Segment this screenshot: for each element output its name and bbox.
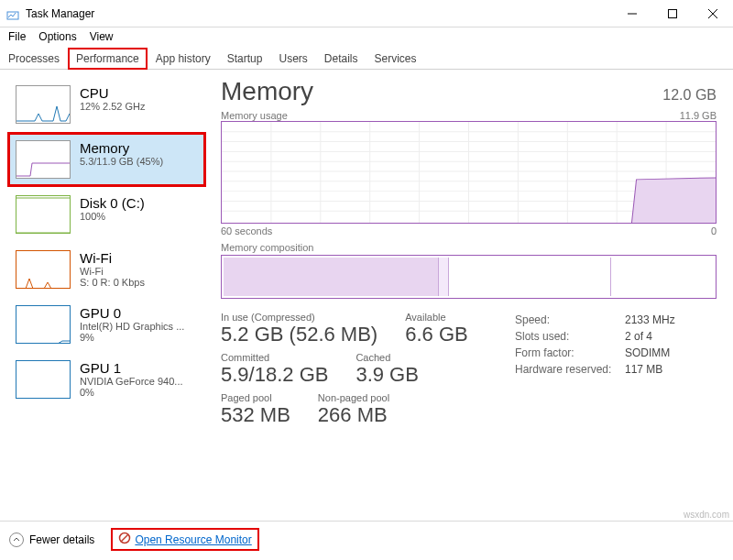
sidebar-item-gpu0[interactable]: GPU 0 Intel(R) HD Graphics ... 9% — [7, 297, 206, 352]
chevron-up-icon — [9, 533, 24, 547]
gpu1-name: GPU 1 — [80, 360, 183, 376]
close-button[interactable] — [693, 0, 733, 27]
form-key: Form factor: — [515, 346, 625, 359]
window-title: Task Manager — [26, 7, 94, 20]
svg-rect-2 — [669, 9, 677, 17]
tab-users[interactable]: Users — [270, 48, 315, 69]
sidebar-item-cpu[interactable]: CPU 12% 2.52 GHz — [7, 77, 206, 132]
paged-label: Paged pool — [221, 392, 290, 403]
minimize-button[interactable] — [612, 0, 652, 27]
svg-line-25 — [122, 535, 128, 542]
cached-label: Cached — [356, 352, 418, 363]
sidebar-item-gpu1[interactable]: GPU 1 NVIDIA GeForce 940... 0% — [7, 352, 206, 407]
open-resource-monitor-link[interactable]: Open Resource Monitor — [111, 528, 258, 551]
gpu0-thumb — [16, 305, 71, 344]
svg-marker-23 — [631, 178, 716, 223]
gpu1-thumb — [16, 360, 71, 399]
memory-sub: 5.3/11.9 GB (45%) — [80, 156, 163, 167]
hw-key: Hardware reserved: — [515, 363, 625, 376]
usage-label: Memory usage — [221, 110, 288, 121]
inuse-label: In use (Compressed) — [221, 312, 377, 323]
gpu0-sub2: 9% — [80, 332, 184, 343]
composition-label: Memory composition — [221, 242, 313, 253]
committed-label: Committed — [221, 352, 328, 363]
sidebar-item-disk0[interactable]: Disk 0 (C:) 100% — [7, 187, 206, 242]
wifi-name: Wi-Fi — [80, 250, 145, 266]
maximize-button[interactable] — [652, 0, 693, 27]
wifi-thumb — [16, 250, 71, 289]
page-title: Memory — [221, 77, 313, 106]
tab-app-history[interactable]: App history — [148, 48, 219, 69]
memory-details-grid: Speed: 2133 MHz Slots used: 2 of 4 Form … — [515, 313, 717, 376]
disk-thumb — [16, 195, 71, 234]
sidebar-item-memory[interactable]: Memory 5.3/11.9 GB (45%) — [7, 132, 206, 187]
memory-composition-chart — [221, 255, 717, 299]
wifi-sub2: S: 0 R: 0 Kbps — [80, 277, 145, 288]
memory-total: 12.0 GB — [662, 87, 717, 104]
gpu1-sub: NVIDIA GeForce 940... — [80, 376, 183, 387]
avail-label: Available — [405, 312, 467, 323]
gpu0-name: GPU 0 — [80, 305, 184, 321]
form-val: SODIMM — [625, 346, 717, 359]
slots-val: 2 of 4 — [625, 330, 717, 343]
svg-rect-0 — [7, 12, 18, 19]
speed-val: 2133 MHz — [625, 313, 717, 326]
memory-name: Memory — [80, 140, 163, 156]
menubar: File Options View — [0, 27, 733, 46]
hw-val: 117 MB — [625, 363, 717, 376]
footer: Fewer details Open Resource Monitor — [0, 521, 733, 557]
tab-details[interactable]: Details — [316, 48, 366, 69]
sidebar-item-wifi[interactable]: Wi-Fi Wi-Fi S: 0 R: 0 Kbps — [7, 242, 206, 297]
tab-startup[interactable]: Startup — [219, 48, 271, 69]
resource-monitor-icon — [118, 532, 131, 547]
slots-key: Slots used: — [515, 330, 625, 343]
watermark: wsxdn.com — [684, 510, 729, 520]
paged-value: 532 MB — [221, 403, 290, 427]
nonpaged-value: 266 MB — [318, 403, 389, 427]
fewer-details-label: Fewer details — [29, 533, 94, 546]
menu-file[interactable]: File — [2, 28, 32, 45]
xaxis-right: 0 — [711, 225, 717, 236]
xaxis-left: 60 seconds — [221, 225, 272, 236]
performance-sidebar: CPU 12% 2.52 GHz Memory 5.3/11.9 GB (45%… — [0, 70, 206, 521]
resource-monitor-label[interactable]: Open Resource Monitor — [135, 533, 251, 546]
cpu-sub: 12% 2.52 GHz — [80, 101, 146, 112]
tab-processes[interactable]: Processes — [0, 48, 68, 69]
fewer-details-button[interactable]: Fewer details — [9, 533, 94, 547]
content: CPU 12% 2.52 GHz Memory 5.3/11.9 GB (45%… — [0, 70, 733, 521]
wifi-sub: Wi-Fi — [80, 266, 145, 277]
cached-value: 3.9 GB — [356, 363, 418, 387]
disk-name: Disk 0 (C:) — [80, 195, 145, 211]
main-panel: Memory 12.0 GB Memory usage 11.9 GB — [206, 70, 733, 521]
menu-options[interactable]: Options — [32, 28, 82, 45]
disk-sub: 100% — [80, 211, 145, 222]
cpu-name: CPU — [80, 85, 146, 101]
menu-view[interactable]: View — [83, 28, 120, 45]
tab-services[interactable]: Services — [366, 48, 425, 69]
inuse-value: 5.2 GB (52.6 MB) — [221, 323, 377, 346]
usage-max: 11.9 GB — [680, 110, 717, 121]
tab-performance[interactable]: Performance — [68, 48, 148, 70]
speed-key: Speed: — [515, 313, 625, 326]
gpu0-sub: Intel(R) HD Graphics ... — [80, 321, 184, 332]
memory-usage-chart — [221, 121, 717, 224]
app-icon — [5, 6, 20, 21]
committed-value: 5.9/18.2 GB — [221, 363, 328, 387]
titlebar: Task Manager — [0, 0, 733, 27]
tabbar: Processes Performance App history Startu… — [0, 48, 733, 70]
nonpaged-label: Non-paged pool — [318, 392, 389, 403]
gpu1-sub2: 0% — [80, 387, 183, 398]
avail-value: 6.6 GB — [405, 323, 467, 346]
cpu-thumb — [16, 85, 71, 124]
memory-thumb — [16, 140, 71, 179]
